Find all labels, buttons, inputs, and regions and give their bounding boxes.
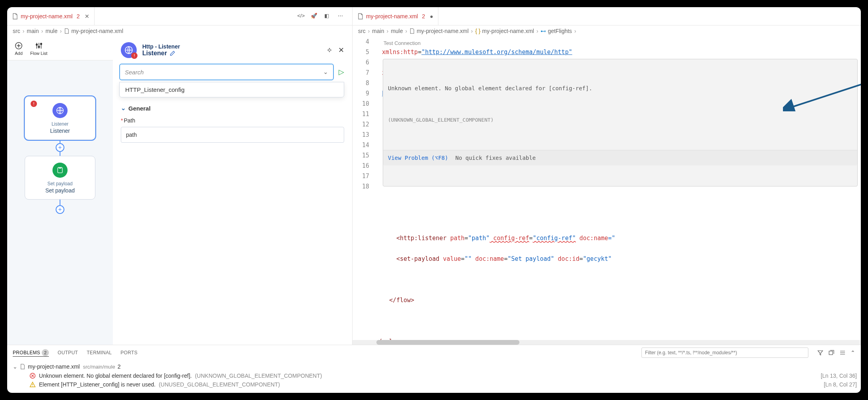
- code-icon[interactable]: </>: [297, 13, 304, 20]
- view-mode-icon[interactable]: [839, 350, 846, 356]
- file-icon: [357, 13, 364, 19]
- problems-file-row[interactable]: ⌄ my-project-name.xml src/main/mule 2: [11, 362, 857, 371]
- breadcrumb-bar: src› main› mule› my-project-name.xml src…: [7, 25, 861, 37]
- add-button[interactable]: Add: [14, 41, 23, 56]
- add-node-button[interactable]: +: [56, 143, 64, 152]
- problem-code: (UNUSED_GLOBAL_ELEMENT_COMPONENT): [159, 381, 820, 388]
- tab-terminal[interactable]: TERMINAL: [87, 350, 112, 355]
- canvas-toolbar: Add Flow List: [7, 37, 113, 60]
- breadcrumb-item[interactable]: mule: [391, 28, 403, 34]
- dirty-indicator-icon[interactable]: ●: [430, 13, 433, 19]
- pin-icon[interactable]: ⟡: [327, 46, 332, 54]
- problems-file-name: my-project-name.xml: [28, 363, 80, 370]
- breadcrumb-item[interactable]: mule: [45, 28, 57, 34]
- tab-bar: my-project-name.xml 2 ✕ </> 🚀 ◧ ⋯ my-pro…: [7, 7, 861, 25]
- flow-connector: +: [60, 200, 60, 214]
- problem-row[interactable]: Element [HTTP_Listener_config] is never …: [11, 380, 857, 389]
- breadcrumb-left[interactable]: src› main› mule› my-project-name.xml: [7, 25, 353, 37]
- problems-file-path: src/main/mule: [83, 364, 115, 370]
- problem-message: Element [HTTP_Listener_config] is never …: [39, 381, 155, 388]
- edit-icon[interactable]: [169, 50, 176, 56]
- tab-badge: 2: [422, 13, 425, 19]
- problems-filter-input[interactable]: [641, 348, 808, 358]
- hover-error-code: (UNKNOWN_GLOBAL_ELEMENT_COMPONENT): [388, 115, 852, 125]
- editor-tab-left[interactable]: my-project-name.xml 2 ✕: [7, 7, 95, 25]
- payload-icon: [52, 163, 68, 178]
- node-name-label: Listener: [29, 128, 91, 134]
- panel-subtitle: Http - Listener: [142, 43, 180, 50]
- path-label: *Path: [121, 117, 344, 124]
- chevron-down-icon: ⌄: [13, 363, 17, 370]
- tab-problems[interactable]: PROBLEMS2: [13, 349, 49, 357]
- breadcrumb-item[interactable]: main: [372, 28, 384, 34]
- node-name-label: Set payload: [29, 187, 91, 194]
- close-icon[interactable]: ✕: [338, 46, 344, 54]
- add-node-button[interactable]: +: [56, 205, 64, 214]
- code-area[interactable]: xmlns:http="http://www.mulesoft.org/sche…: [375, 37, 861, 340]
- xml-editor[interactable]: 456789101112131415161718 xmlns:http="htt…: [353, 37, 861, 340]
- svg-point-2: [38, 46, 40, 47]
- sliders-icon: [35, 41, 43, 50]
- breadcrumb-item[interactable]: src: [13, 28, 20, 34]
- breadcrumb-item[interactable]: { } my-project-name.xml: [475, 28, 534, 34]
- close-icon[interactable]: ✕: [85, 13, 89, 19]
- problems-file-count: 2: [118, 363, 121, 370]
- problem-message: Unknown element. No global element decla…: [39, 373, 192, 379]
- editor-tab-right[interactable]: my-project-name.xml 2 ●: [353, 7, 438, 25]
- more-icon[interactable]: ⋯: [338, 13, 345, 20]
- file-icon: [20, 364, 25, 369]
- globe-icon: !: [121, 42, 137, 58]
- path-input[interactable]: [121, 127, 344, 143]
- codelens-test-connection[interactable]: Test Connection: [384, 38, 420, 49]
- plus-circle-icon: [14, 41, 23, 50]
- breadcrumb-item[interactable]: ⊷ getFlights: [541, 28, 572, 34]
- rocket-icon[interactable]: 🚀: [311, 13, 318, 20]
- breadcrumb-item[interactable]: main: [27, 28, 39, 34]
- error-badge-icon: !: [31, 101, 37, 107]
- chevron-down-icon: ⌄: [121, 105, 126, 112]
- flow-node-set-payload[interactable]: Set payload Set payload: [25, 156, 95, 200]
- split-editor-icon[interactable]: ◧: [324, 13, 331, 20]
- warning-icon: [29, 381, 36, 388]
- error-badge-icon: !: [131, 52, 138, 59]
- problem-row[interactable]: Unknown element. No global element decla…: [11, 371, 857, 380]
- search-placeholder: Search: [125, 69, 144, 76]
- problem-location: [Ln 13, Col 36]: [821, 373, 857, 379]
- collapse-all-icon[interactable]: [828, 350, 835, 356]
- tab-badge: 2: [77, 13, 80, 19]
- editor-title-actions: </> 🚀 ◧ ⋯: [297, 13, 352, 20]
- tab-ports[interactable]: PORTS: [120, 350, 138, 355]
- problem-location: [Ln 8, Col 27]: [824, 381, 857, 388]
- tab-output[interactable]: OUTPUT: [58, 350, 78, 355]
- no-quick-fix-label: No quick fixes available: [455, 153, 536, 163]
- error-icon: [29, 373, 36, 379]
- breadcrumb-item[interactable]: my-project-name.xml: [409, 28, 469, 34]
- file-icon: [409, 28, 415, 34]
- filter-icon[interactable]: [817, 350, 823, 356]
- breadcrumb-right[interactable]: src› main› mule› my-project-name.xml› { …: [353, 25, 861, 37]
- section-header-general[interactable]: ⌄ General: [121, 105, 344, 112]
- tab-title: my-project-name.xml: [21, 13, 73, 19]
- svg-point-1: [36, 44, 37, 45]
- chevron-up-icon[interactable]: ⌃: [851, 350, 855, 356]
- flow-canvas[interactable]: ! Listener Listener + Set payload Set: [7, 60, 113, 214]
- breadcrumb-item[interactable]: my-project-name.xml: [64, 28, 123, 34]
- bottom-panel: PROBLEMS2 OUTPUT TERMINAL PORTS ⌃ ⌄ my-p…: [7, 345, 861, 393]
- run-icon[interactable]: ▷: [339, 68, 344, 76]
- node-type-label: Listener: [29, 121, 91, 127]
- dropdown-option[interactable]: HTTP_Listener_config: [119, 82, 344, 97]
- config-panel: ! Http - Listener Listener ⟡ ✕: [113, 37, 352, 345]
- tab-title: my-project-name.xml: [366, 13, 418, 19]
- svg-point-3: [40, 43, 42, 45]
- breadcrumb-item[interactable]: src: [358, 28, 366, 34]
- svg-rect-7: [829, 351, 833, 355]
- problems-count-badge: 2: [42, 349, 49, 356]
- flow-node-listener[interactable]: ! Listener Listener: [25, 96, 95, 140]
- config-ref-select[interactable]: Search ⌄: [119, 64, 334, 80]
- flow-list-button[interactable]: Flow List: [30, 41, 47, 56]
- view-problem-link[interactable]: View Problem (⌥F8): [388, 153, 448, 163]
- node-type-label: Set payload: [29, 181, 91, 186]
- horizontal-scrollbar[interactable]: [353, 340, 861, 345]
- flow-connector: +: [60, 140, 60, 156]
- file-icon: [64, 28, 70, 34]
